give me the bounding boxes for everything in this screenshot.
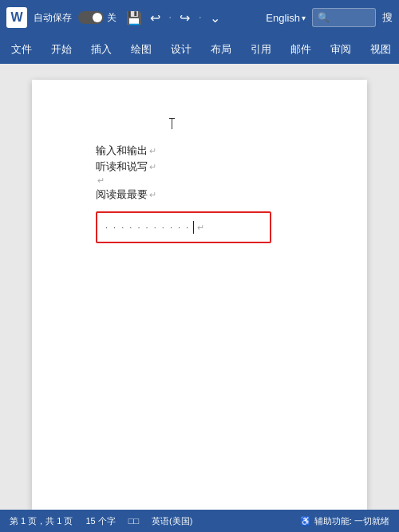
- menu-bar: 文件 开始 插入 绘图 设计 布局 引用 邮件 审阅 视图: [0, 35, 399, 64]
- menu-home[interactable]: 开始: [49, 39, 73, 60]
- separator2: ·: [198, 10, 201, 25]
- autosave-toggle[interactable]: 关: [78, 11, 117, 25]
- menu-mailings[interactable]: 邮件: [289, 39, 313, 60]
- window-search-label[interactable]: 搜: [382, 10, 393, 25]
- char-count: 15 个字: [85, 515, 115, 527]
- separator: ·: [168, 10, 172, 25]
- text-cursor: [193, 221, 194, 234]
- doc-line-2: 听读和说写 ↵: [96, 160, 319, 174]
- pilcrow-2: ↵: [149, 162, 156, 172]
- doc-line-4: 阅读最最要 ↵: [96, 187, 319, 202]
- toggle-track[interactable]: [78, 11, 104, 24]
- more-commands-icon[interactable]: ⌄: [210, 10, 220, 26]
- language-button[interactable]: English ▾: [266, 12, 306, 24]
- cursor-mark: [172, 118, 172, 129]
- doc-line-1: 输入和输出 ↵: [96, 144, 319, 158]
- pilcrow-4: ↵: [149, 190, 156, 200]
- doc-line-3-blank: ↵: [96, 175, 319, 186]
- page-content[interactable]: 输入和输出 ↵ 听读和说写 ↵ ↵ 阅读最最要 ↵ · · · · · · · …: [96, 144, 319, 243]
- macro-indicator: □□: [128, 516, 139, 526]
- accessibility-icon: ♿: [300, 516, 311, 526]
- toggle-thumb: [93, 13, 102, 22]
- menu-insert[interactable]: 插入: [89, 39, 113, 60]
- menu-draw[interactable]: 绘图: [129, 39, 153, 60]
- dotted-pilcrow: ↵: [197, 223, 204, 233]
- autosave-label: 自动保存: [34, 11, 72, 25]
- document-area: 输入和输出 ↵ 听读和说写 ↵ ↵ 阅读最最要 ↵ · · · · · · · …: [0, 64, 399, 510]
- line-text-1: 输入和输出: [96, 144, 148, 158]
- line-text-4: 阅读最最要: [96, 187, 148, 202]
- pilcrow-1: ↵: [149, 146, 156, 156]
- dotted-line-box[interactable]: · · · · · · · · · · · ↵: [96, 211, 271, 243]
- accessibility-button[interactable]: ♿ 辅助功能: 一切就绪: [300, 515, 389, 527]
- menu-layout[interactable]: 布局: [209, 39, 233, 60]
- language-label: English: [266, 12, 300, 24]
- toggle-off-label: 关: [107, 11, 117, 25]
- status-bar: 第 1 页，共 1 页 15 个字 □□ 英语(美国) ♿ 辅助功能: 一切就绪: [0, 510, 399, 532]
- line-text-2: 听读和说写: [96, 160, 148, 174]
- chevron-down-icon: ▾: [302, 14, 306, 22]
- menu-file[interactable]: 文件: [10, 39, 34, 60]
- redo-icon[interactable]: ↪: [180, 10, 190, 26]
- document-page: 输入和输出 ↵ 听读和说写 ↵ ↵ 阅读最最要 ↵ · · · · · · · …: [32, 80, 367, 510]
- language-status: 英语(美国): [152, 515, 192, 527]
- search-box[interactable]: 🔍: [312, 8, 376, 27]
- title-bar: W 自动保存 关 💾 ↩ · ↪ · ⌄ English ▾ 🔍 搜: [0, 0, 399, 35]
- search-icon: 🔍: [318, 12, 330, 23]
- dot-chars: · · · · · · · · · · ·: [105, 223, 190, 232]
- undo-icon[interactable]: ↩: [150, 10, 160, 26]
- menu-references[interactable]: 引用: [249, 39, 273, 60]
- menu-review[interactable]: 审阅: [329, 39, 353, 60]
- dotted-line-row: · · · · · · · · · · · ↵: [105, 218, 262, 237]
- accessibility-label: 辅助功能: 一切就绪: [314, 515, 389, 527]
- menu-design[interactable]: 设计: [169, 39, 193, 60]
- title-bar-icons: 💾 ↩ · ↪ · ⌄: [126, 10, 220, 26]
- word-logo: W: [6, 7, 27, 28]
- page-info: 第 1 页，共 1 页: [10, 515, 73, 527]
- pilcrow-3: ↵: [97, 175, 105, 186]
- save-icon[interactable]: 💾: [126, 10, 142, 26]
- menu-view[interactable]: 视图: [369, 39, 393, 60]
